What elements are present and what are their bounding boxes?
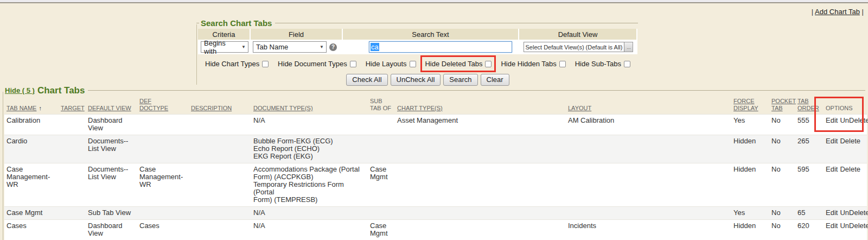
cell-layout: Incidents [566, 220, 731, 240]
cell-options: EditUnDelete [824, 115, 867, 135]
edit-link[interactable]: Edit [826, 116, 838, 124]
undelete-link[interactable]: UnDelete [840, 116, 868, 124]
checkbox-box[interactable] [559, 61, 566, 67]
checkbox-hide-sub-tabs[interactable]: Hide Sub-Tabs [575, 60, 630, 68]
cell-layout [566, 207, 731, 220]
checkbox-box[interactable] [350, 61, 356, 67]
criteria-select-value: Begins with [204, 39, 238, 55]
cell-force-display: Hidden [731, 163, 769, 207]
checkbox-hide-hidden-tabs[interactable]: Hide Hidden Tabs [501, 60, 565, 68]
checkbox-box[interactable] [410, 61, 416, 67]
column-header-tab-name[interactable]: TAB NAME [7, 105, 36, 111]
chart-tabs-panel: Hide ( 5 ) Chart Tabs TAB NAME↑ TARGET D… [3, 85, 865, 240]
column-header-force-display[interactable]: FORCE DISPLAY [733, 98, 758, 111]
delete-link[interactable]: Delete [840, 137, 860, 145]
cell-sub-tab-of: Case Mgmt [368, 220, 395, 240]
column-header-options: OPTIONS [826, 105, 853, 111]
table-header-row: TAB NAME↑ TARGET DEFAULT VIEW DEF DOCTYP… [4, 96, 867, 115]
field-cell: Tab Name ▼ ? [251, 40, 343, 54]
column-header-default-view: Default View [519, 29, 637, 40]
cell-tab-name: Cases [4, 220, 59, 240]
cell-pocket-tab: No [769, 163, 795, 207]
cell-options: EditDelete [824, 163, 867, 207]
separator: | [812, 8, 813, 16]
table-row: CardioDocuments-- List ViewBubble Form-E… [4, 135, 867, 163]
separator: | [862, 8, 864, 16]
column-header-def-doctype[interactable]: DEF DOCTYPE [139, 98, 168, 111]
chevron-down-icon: ▼ [241, 45, 246, 49]
cell-description [189, 115, 251, 135]
checkbox-label: Hide Sub-Tabs [575, 60, 621, 68]
column-header-default-view[interactable]: DEFAULT VIEW [88, 105, 131, 111]
cell-pocket-tab: No [769, 115, 795, 135]
column-header-chart-types[interactable]: CHART TYPE(S) [397, 105, 443, 111]
help-icon[interactable]: ? [329, 43, 337, 51]
delete-link[interactable]: Delete [840, 165, 860, 173]
default-view-picker[interactable]: Select Default View(s) (Default is All) [524, 42, 625, 52]
column-header-tab-order[interactable]: TAB ORDER [797, 98, 819, 111]
uncheck-all-button[interactable]: UnCheck All [391, 74, 441, 86]
cell-pocket-tab: No [769, 135, 795, 163]
cell-tab-order: 555 [795, 115, 824, 135]
search-button[interactable]: Search [443, 74, 477, 86]
cell-description [189, 163, 251, 207]
cell-layout [566, 163, 731, 207]
checkbox-label: Hide Document Types [278, 60, 347, 68]
edit-link[interactable]: Edit [826, 209, 838, 217]
cell-document-types: N/A [251, 220, 368, 240]
search-panel-legend-row: Search Chart Tabs [196, 18, 638, 28]
checkbox-box[interactable] [262, 61, 269, 67]
cell-def-doctype: Case Management-WR [137, 163, 189, 207]
cell-default-view: Dashboard View [86, 115, 137, 135]
cell-target [59, 115, 86, 135]
cell-default-view: Documents-- List View [86, 163, 137, 207]
cell-sub-tab-of [368, 115, 395, 135]
cell-def-doctype [137, 115, 189, 135]
cell-default-view: Sub Tab View [86, 207, 137, 220]
edit-link[interactable]: Edit [826, 137, 838, 145]
field-select[interactable]: Tab Name ▼ [253, 41, 327, 53]
cell-chart-types [395, 220, 566, 240]
column-header-description[interactable]: DESCRIPTION [191, 105, 232, 111]
checkbox-hide-layouts[interactable]: Hide Layouts [366, 60, 416, 68]
checkbox-hide-deleted-tabs[interactable]: Hide Deleted Tabs [425, 60, 492, 68]
cell-description [189, 220, 251, 240]
checkbox-label: Hide Hidden Tabs [501, 60, 556, 68]
checkbox-box[interactable] [624, 61, 630, 67]
criteria-select[interactable]: Begins with ▼ [201, 41, 248, 53]
cell-description [189, 207, 251, 220]
cell-target [59, 220, 86, 240]
undelete-link[interactable]: UnDelete [840, 222, 868, 230]
checkbox-box[interactable] [485, 61, 492, 67]
checkbox-hide-document-types[interactable]: Hide Document Types [278, 60, 356, 68]
hide-results-link[interactable]: Hide ( 5 ) [5, 86, 35, 94]
cell-sub-tab-of: Case Mgmt [368, 163, 395, 207]
clear-button[interactable]: Clear [481, 74, 509, 86]
cell-tab-name: Case Mgmt [4, 207, 59, 220]
cell-chart-types [395, 207, 566, 220]
undelete-link[interactable]: UnDelete [840, 209, 868, 217]
checkbox-label: Hide Layouts [366, 60, 407, 68]
cell-force-display: Yes [731, 115, 769, 135]
field-select-value: Tab Name [256, 43, 288, 51]
criteria-cell: Begins with ▼ [198, 40, 251, 54]
cell-target [59, 135, 86, 163]
column-header-criteria: Criteria [198, 29, 251, 40]
search-chart-tabs-panel: Search Chart Tabs Criteria Field Search … [196, 18, 638, 86]
column-header-pocket-tab[interactable]: POCKET TAB [771, 98, 796, 111]
cell-document-types: N/A [251, 207, 368, 220]
edit-link[interactable]: Edit [826, 222, 838, 230]
search-input-value: ca [371, 43, 379, 51]
checkbox-hide-chart-types[interactable]: Hide Chart Types [205, 60, 269, 68]
search-input[interactable]: ca [369, 41, 512, 53]
cell-default-view: Documents-- List View [86, 135, 137, 163]
check-all-button[interactable]: Check All [346, 74, 387, 86]
add-chart-tab-link[interactable]: Add Chart Tab [815, 8, 860, 16]
cell-tab-name: Case Management- WR [4, 163, 59, 207]
edit-link[interactable]: Edit [826, 165, 838, 173]
column-header-document-types[interactable]: DOCUMENT TYPE(S) [253, 105, 313, 111]
cell-options: EditDelete [824, 135, 867, 163]
column-header-target[interactable]: TARGET [61, 105, 85, 111]
default-view-browse-button[interactable]: ... [624, 42, 633, 52]
column-header-layout[interactable]: LAYOUT [568, 105, 591, 111]
